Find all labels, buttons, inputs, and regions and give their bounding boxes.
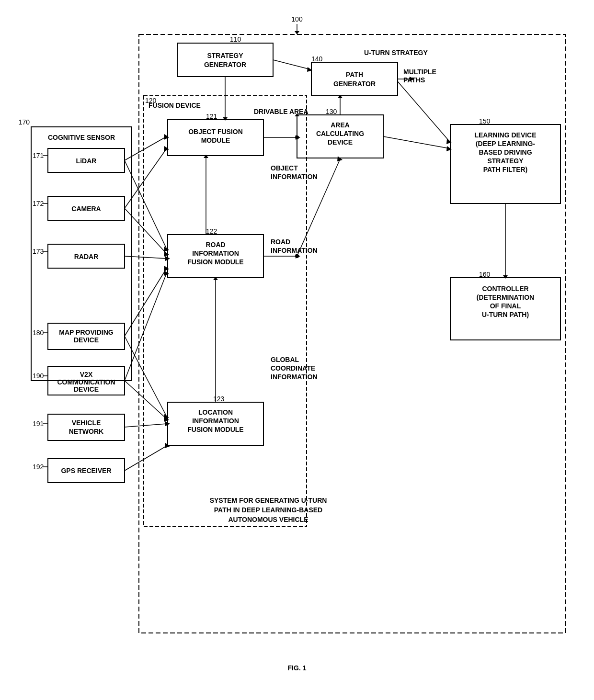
ref-120: 120 xyxy=(145,97,157,104)
ref-100: 100 xyxy=(291,15,303,23)
svg-line-4 xyxy=(273,60,310,69)
area-calc-label1: AREA xyxy=(331,121,350,129)
svg-line-17 xyxy=(125,160,167,249)
road-info-label1: ROAD xyxy=(206,241,225,248)
drivable-area-label: DRIVABLE AREA xyxy=(254,108,308,115)
fusion-device-box xyxy=(144,96,307,527)
strategy-generator-label2: GENERATOR xyxy=(204,61,246,68)
ref-172: 172 xyxy=(33,200,44,207)
svg-marker-48 xyxy=(446,146,452,151)
svg-marker-16 xyxy=(164,146,169,151)
learning-device-label3: BASED DRIVING xyxy=(479,148,532,156)
radar-label: RADAR xyxy=(74,253,99,260)
svg-line-21 xyxy=(125,256,167,259)
controller-label3: OF FINAL xyxy=(490,302,521,310)
svg-line-29 xyxy=(125,381,167,419)
svg-line-15 xyxy=(125,148,167,208)
road-info-label-a: ROAD xyxy=(271,238,290,246)
learning-device-label5: PATH FILTER) xyxy=(483,166,528,173)
ref-191: 191 xyxy=(33,420,44,428)
svg-line-19 xyxy=(125,208,167,254)
ref-121: 121 xyxy=(206,113,217,120)
ref-123: 123 xyxy=(213,395,225,403)
ref-173: 173 xyxy=(33,248,44,255)
vehicle-network-label2: NETWORK xyxy=(69,428,103,435)
svg-line-27 xyxy=(125,273,167,381)
path-generator-box xyxy=(311,62,398,96)
v2x-label2: COMMUNICATION xyxy=(57,378,115,386)
strategy-generator-box xyxy=(177,43,273,77)
caption-line3: AUTONOMOUS VEHICLE xyxy=(228,516,308,523)
svg-marker-28 xyxy=(164,271,169,276)
ref-160: 160 xyxy=(479,271,491,278)
caption-line1: SYSTEM FOR GENERATING U-TURN xyxy=(210,497,327,504)
cognitive-sensor-label: COGNITIVE SENSOR xyxy=(48,134,115,141)
ref-110: 110 xyxy=(230,35,241,43)
ref-190: 190 xyxy=(33,372,44,380)
svg-marker-24 xyxy=(164,266,169,271)
svg-marker-1 xyxy=(295,31,299,34)
svg-line-31 xyxy=(125,424,167,427)
caption-line2: PATH IN DEEP LEARNING-BASED xyxy=(214,506,322,514)
vehicle-network-label1: VEHICLE xyxy=(72,419,101,427)
global-coord-label3: INFORMATION xyxy=(271,373,318,381)
ref-180: 180 xyxy=(33,329,44,337)
area-calc-label2: CALCULATING xyxy=(316,130,364,137)
ref-122: 122 xyxy=(206,227,217,235)
gps-receiver-label: GPS RECEIVER xyxy=(61,467,111,474)
path-generator-label2: GENERATOR xyxy=(333,80,376,88)
controller-label2: (DETERMINATION xyxy=(477,294,534,301)
object-info-label2: INFORMATION xyxy=(271,173,318,181)
ref-170: 170 xyxy=(19,118,30,126)
ref-140: 140 xyxy=(311,55,323,63)
figure-title: FIG. 1 xyxy=(288,664,307,672)
lidar-label: LiDAR xyxy=(76,157,97,165)
global-coord-label1: GLOBAL xyxy=(271,356,299,363)
v2x-label3: DEVICE xyxy=(74,385,99,393)
map-providing-label1: MAP PROVIDING xyxy=(59,328,113,336)
v2x-label1: V2X xyxy=(80,371,93,378)
learning-device-label4: STRATEGY xyxy=(487,157,524,165)
controller-label1: CONTROLLER xyxy=(482,285,528,293)
ref-150: 150 xyxy=(479,117,491,125)
svg-line-49 xyxy=(398,81,449,141)
controller-label4: U-TURN PATH) xyxy=(482,311,529,318)
ref-192: 192 xyxy=(33,463,44,471)
multiple-paths-label1: MULTIPLE xyxy=(403,68,436,76)
location-info-label2: INFORMATION xyxy=(192,417,239,425)
global-coord-label2: COORDINATE xyxy=(271,364,315,372)
object-fusion-label1: OBJECT FUSION xyxy=(188,128,243,135)
road-info-label3: FUSION MODULE xyxy=(187,258,243,266)
camera-label: CAMERA xyxy=(71,205,101,213)
svg-line-33 xyxy=(125,445,168,471)
area-calc-label3: DEVICE xyxy=(328,138,353,146)
svg-marker-14 xyxy=(164,134,169,140)
learning-device-label1: LEARNING DEVICE xyxy=(474,131,536,139)
multiple-paths-label2: PATHS xyxy=(403,76,425,84)
svg-marker-50 xyxy=(446,139,452,144)
map-providing-label2: DEVICE xyxy=(74,336,99,344)
object-fusion-label2: MODULE xyxy=(201,136,230,144)
svg-marker-44 xyxy=(337,156,343,161)
location-info-label3: FUSION MODULE xyxy=(187,426,243,433)
learning-device-label2: (DEEP LEARNING- xyxy=(476,140,536,147)
strategy-generator-label1: STRATEGY xyxy=(207,52,243,59)
ref-130: 130 xyxy=(326,108,337,115)
svg-line-25 xyxy=(125,336,167,417)
diagram-container: 100 STRATEGY GENERATOR 110 PATH GENERATO… xyxy=(0,0,594,700)
road-info-label2: INFORMATION xyxy=(192,249,239,257)
path-generator-label1: PATH xyxy=(346,71,363,79)
road-info-label-b: INFORMATION xyxy=(271,247,318,254)
ref-171: 171 xyxy=(33,152,44,159)
location-info-label1: LOCATION xyxy=(198,408,233,416)
u-turn-strategy-label: U-TURN STRATEGY xyxy=(364,49,428,56)
object-info-label1: OBJECT xyxy=(271,164,298,172)
svg-marker-20 xyxy=(164,251,169,257)
svg-line-47 xyxy=(383,136,449,148)
